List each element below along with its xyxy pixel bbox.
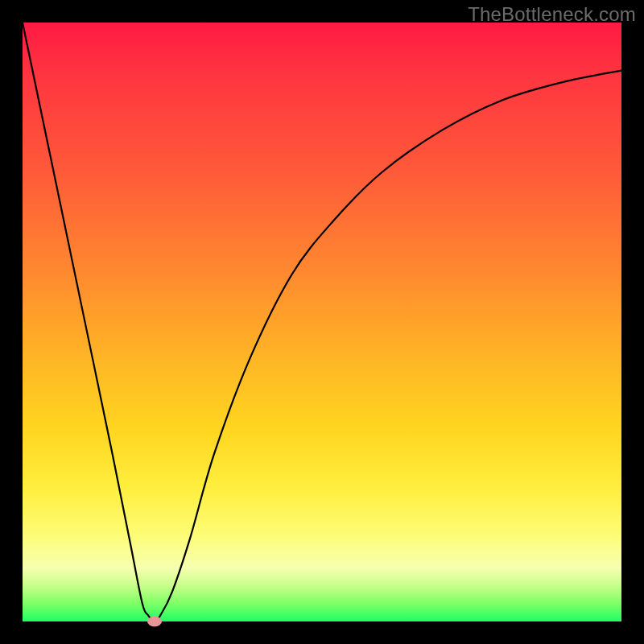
optimal-point-marker	[147, 617, 162, 627]
chart-frame: TheBottleneck.com	[0, 0, 644, 644]
plot-area	[23, 23, 621, 621]
bottleneck-curve	[23, 23, 621, 621]
watermark-text: TheBottleneck.com	[468, 3, 636, 26]
